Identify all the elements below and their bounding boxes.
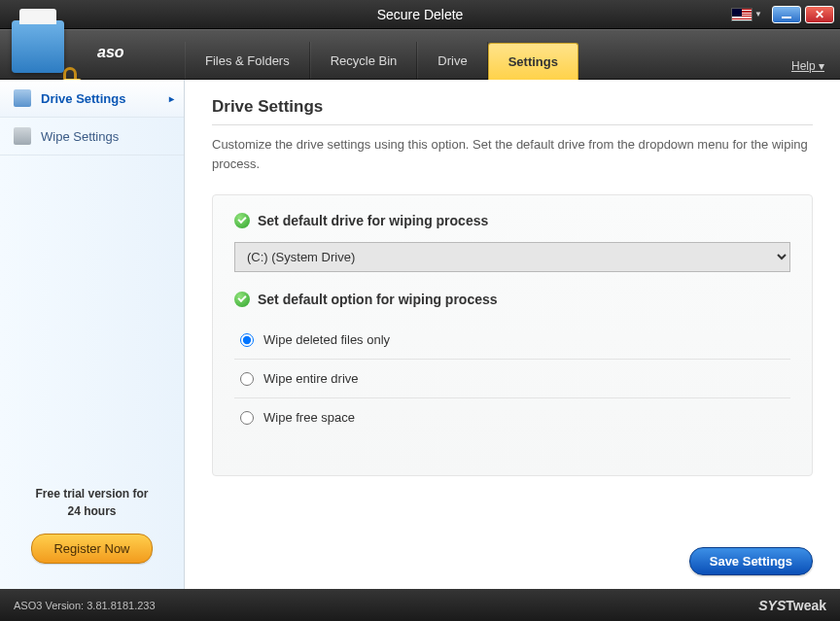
app-icon bbox=[12, 20, 80, 88]
tab-bar: Files & Folders Recycle Bin Drive Settin… bbox=[185, 42, 578, 79]
option-wipe-free[interactable]: Wipe free space bbox=[234, 398, 790, 436]
close-button[interactable]: ✕ bbox=[805, 6, 834, 23]
register-button[interactable]: Register Now bbox=[31, 534, 152, 564]
option-label: Wipe entire drive bbox=[263, 371, 359, 386]
title-bar: Secure Delete ▼ ✕ bbox=[0, 0, 840, 29]
brand-text: aso bbox=[97, 44, 124, 61]
sidebar-item-wipe-settings[interactable]: Wipe Settings bbox=[0, 118, 184, 155]
sidebar-item-label: Drive Settings bbox=[41, 91, 125, 106]
version-text: ASO3 Version: 3.81.8181.233 bbox=[14, 600, 156, 611]
shredder-icon bbox=[12, 20, 64, 73]
save-settings-button[interactable]: Save Settings bbox=[689, 547, 813, 575]
check-circle-icon bbox=[234, 213, 250, 228]
minimize-button[interactable] bbox=[772, 6, 801, 23]
option-label: Wipe deleted files only bbox=[263, 332, 390, 347]
option-wipe-entire[interactable]: Wipe entire drive bbox=[234, 360, 790, 398]
tab-files-folders[interactable]: Files & Folders bbox=[185, 42, 310, 79]
tab-drive[interactable]: Drive bbox=[417, 42, 487, 79]
tab-recycle-bin[interactable]: Recycle Bin bbox=[310, 42, 418, 79]
radio-wipe-deleted[interactable] bbox=[240, 333, 254, 347]
trial-text: Free trial version for 24 hours bbox=[10, 485, 174, 520]
radio-wipe-entire[interactable] bbox=[240, 372, 254, 386]
settings-panel: Set default drive for wiping process (C:… bbox=[212, 194, 813, 476]
page-title: Drive Settings bbox=[212, 97, 813, 125]
radio-wipe-free[interactable] bbox=[240, 411, 254, 425]
vendor-logo: SYSTweak bbox=[758, 598, 826, 613]
tab-settings[interactable]: Settings bbox=[488, 43, 578, 80]
option-wipe-deleted[interactable]: Wipe deleted files only bbox=[234, 321, 790, 360]
sidebar-item-label: Wipe Settings bbox=[41, 129, 119, 144]
chevron-down-icon: ▼ bbox=[754, 10, 762, 18]
page-description: Customize the drive settings using this … bbox=[212, 135, 813, 173]
section-default-drive: Set default drive for wiping process bbox=[234, 213, 790, 228]
default-drive-select[interactable]: (C:) (System Drive) bbox=[234, 242, 790, 272]
flag-us-icon bbox=[731, 8, 752, 21]
window-title: Secure Delete bbox=[377, 7, 464, 22]
header: aso Files & Folders Recycle Bin Drive Se… bbox=[0, 29, 840, 80]
drive-icon bbox=[14, 89, 31, 107]
section-default-option: Set default option for wiping process bbox=[234, 292, 790, 307]
help-link[interactable]: Help ▾ bbox=[791, 59, 824, 73]
option-label: Wipe free space bbox=[263, 410, 355, 425]
eraser-icon bbox=[14, 127, 31, 145]
main-content: Drive Settings Customize the drive setti… bbox=[185, 80, 840, 589]
language-flag[interactable]: ▼ bbox=[731, 8, 768, 21]
sidebar: Drive Settings Wipe Settings Free trial … bbox=[0, 80, 185, 589]
status-bar: ASO3 Version: 3.81.8181.233 SYSTweak bbox=[0, 589, 840, 621]
sidebar-item-drive-settings[interactable]: Drive Settings bbox=[0, 80, 184, 118]
check-circle-icon bbox=[234, 292, 250, 307]
